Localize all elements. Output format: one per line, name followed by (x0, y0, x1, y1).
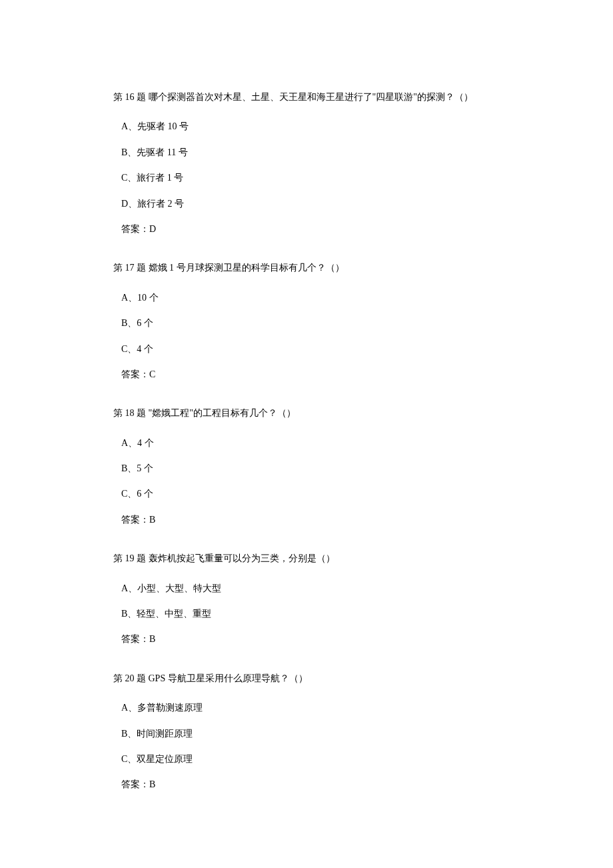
question-block: 第 18 题 "嫦娥工程"的工程目标有几个？（）A、4 个B、5 个C、6 个答… (113, 406, 500, 527)
question-option: B、5 个 (113, 461, 500, 476)
question-option: A、多普勒测速原理 (113, 701, 500, 715)
question-option: B、6 个 (113, 316, 500, 331)
question-option: B、先驱者 11 号 (113, 145, 500, 160)
question-option: A、10 个 (113, 291, 500, 305)
question-block: 第 20 题 GPS 导航卫星采用什么原理导航？（）A、多普勒测速原理B、时间测… (113, 671, 500, 793)
question-option: C、旅行者 1 号 (113, 171, 500, 185)
question-option: C、双星定位原理 (113, 752, 500, 767)
document-body: 第 16 题 哪个探测器首次对木星、土星、天王星和海王星进行了"四星联游"的探测… (113, 90, 500, 793)
question-title: 第 20 题 GPS 导航卫星采用什么原理导航？（） (113, 671, 500, 686)
question-option: A、小型、大型、特大型 (113, 581, 500, 596)
question-option: B、时间测距原理 (113, 727, 500, 741)
question-title: 第 17 题 嫦娥 1 号月球探测卫星的科学目标有几个？（） (113, 261, 500, 275)
question-title: 第 16 题 哪个探测器首次对木星、土星、天王星和海王星进行了"四星联游"的探测… (113, 90, 500, 105)
question-block: 第 17 题 嫦娥 1 号月球探测卫星的科学目标有几个？（）A、10 个B、6 … (113, 261, 500, 382)
question-block: 第 16 题 哪个探测器首次对木星、土星、天王星和海王星进行了"四星联游"的探测… (113, 90, 500, 237)
question-title: 第 19 题 轰炸机按起飞重量可以分为三类，分别是（） (113, 551, 500, 566)
question-answer: 答案：C (113, 367, 500, 382)
question-option: A、先驱者 10 号 (113, 119, 500, 134)
question-answer: 答案：B (113, 777, 500, 792)
question-option: C、6 个 (113, 487, 500, 501)
question-block: 第 19 题 轰炸机按起飞重量可以分为三类，分别是（）A、小型、大型、特大型B、… (113, 551, 500, 647)
question-option: C、4 个 (113, 342, 500, 357)
question-answer: 答案：B (113, 513, 500, 527)
question-option: A、4 个 (113, 436, 500, 451)
question-answer: 答案：D (113, 222, 500, 237)
question-answer: 答案：B (113, 632, 500, 647)
question-title: 第 18 题 "嫦娥工程"的工程目标有几个？（） (113, 406, 500, 421)
question-option: B、轻型、中型、重型 (113, 607, 500, 621)
question-option: D、旅行者 2 号 (113, 197, 500, 211)
